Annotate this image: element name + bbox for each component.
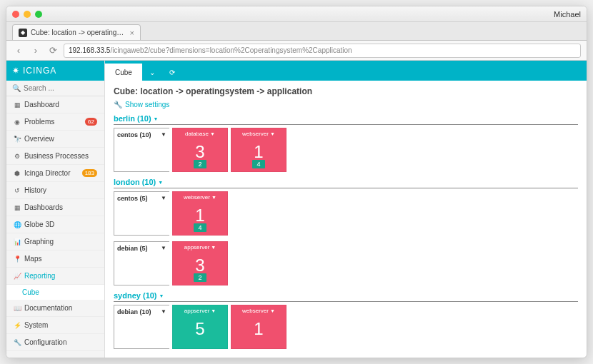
sidebar-item-configuration[interactable]: 🔧Configuration [6,334,104,351]
tab-refresh[interactable]: ⟳ [162,64,182,81]
location-header[interactable]: london (10)▼ [114,178,578,188]
tile-value: 3 [195,142,204,162]
location-header[interactable]: berlin (10)▼ [114,114,578,125]
cube-tile[interactable]: webserver▼14 [231,128,286,172]
tab-dropdown[interactable]: ⌄ [142,64,162,81]
tile-label: webserver▼ [231,131,286,137]
titlebar: Michael [6,6,587,22]
minimize-window-button[interactable] [24,11,31,18]
window-controls [12,11,42,18]
os-row: centos (5)▼webserver▼14 [114,191,578,236]
browser-tab[interactable]: ◆ Cube: location -> operatingsys × [12,24,141,40]
sidebar-subitem-cube[interactable]: Cube [6,285,104,300]
close-tab-icon[interactable]: × [130,29,134,37]
problems-icon: ◉ [14,118,21,126]
dashboard-icon: ▦ [14,101,21,108]
top-tabs: Cube ⌄ ⟳ [105,61,587,81]
search-input[interactable] [24,84,99,92]
page-body: Cube: location -> operatingsystem -> app… [105,81,587,358]
sidebar-item-reporting[interactable]: 📈Reporting [6,268,104,285]
maps-icon: 📍 [14,256,21,263]
graphing-icon: 📊 [14,238,21,246]
system-icon: ⚡ [14,322,21,329]
brand-text: ICINGA [23,66,56,76]
sidebar-item-director[interactable]: ⬢Icinga Director183 [6,165,104,182]
sidebar-item-maps[interactable]: 📍Maps [6,251,104,268]
director-badge: 183 [82,169,97,177]
show-settings-link[interactable]: 🔧 Show settings [114,101,578,108]
maximize-window-button[interactable] [35,11,42,18]
sidebar-item-dashboard[interactable]: ▦Dashboard [6,96,104,113]
os-label[interactable]: debian (10)▼ [114,305,169,349]
cube-tile[interactable]: webserver▼1 [231,305,286,349]
filter-icon: ▼ [161,245,166,282]
cube-tile[interactable]: database▼32 [172,128,228,172]
sidebar-item-documentation[interactable]: 📖Documentation [6,300,104,317]
os-label[interactable]: centos (5)▼ [114,191,169,236]
tile-badge: 2 [194,273,206,282]
filter-icon: ▼ [270,308,275,313]
problems-badge: 62 [85,118,97,126]
filter-icon: ▼ [161,308,166,345]
sidebar-item-overview[interactable]: 🔭Overview [6,131,104,148]
chevron-down-icon: ⌄ [149,69,155,76]
cube-tile[interactable]: appserver▼32 [172,241,228,285]
location-header[interactable]: sydney (10)▼ [114,291,578,302]
close-window-button[interactable] [12,11,19,18]
browser-tab-title: Cube: location -> operatingsys [31,29,126,36]
url-path: /icingaweb2/cube?dimensions=location%2Co… [110,46,352,54]
dashboards-icon: ▦ [14,204,21,211]
forward-button[interactable]: › [29,44,42,57]
filter-icon: ▼ [210,131,215,136]
filter-icon: ▼ [159,293,164,298]
address-bar: ‹ › ⟳ 192.168.33.5/icingaweb2/cube?dimen… [6,41,587,61]
history-icon: ↺ [14,187,21,194]
refresh-icon: ⟳ [169,69,175,76]
filter-icon: ▼ [211,195,216,200]
sidebar-item-history[interactable]: ↺History [6,182,104,199]
filter-icon: ▼ [161,195,166,232]
titlebar-username: Michael [554,10,581,19]
documentation-icon: 📖 [14,305,21,312]
filter-icon: ▼ [158,180,163,185]
overview-icon: 🔭 [14,136,21,143]
reporting-icon: 📈 [14,273,21,280]
filter-icon: ▼ [211,308,216,313]
tile-label: database▼ [173,131,227,137]
tile-badge: 2 [194,160,206,168]
cube-sections: berlin (10)▼centos (10)▼database▼32webse… [114,114,578,349]
tile-badge: 4 [252,160,264,168]
os-label[interactable]: debian (5)▼ [114,241,169,285]
filter-icon: ▼ [270,131,275,136]
reload-button[interactable]: ⟳ [46,44,59,57]
tile-label: webserver▼ [173,194,227,201]
configuration-icon: 🔧 [14,339,21,346]
back-button[interactable]: ‹ [12,44,25,57]
sidebar: ✷ ICINGA 🔍 ▦Dashboard ◉Problems62 🔭Overv… [6,61,105,358]
os-row: debian (10)▼appserver▼5webserver▼1 [114,305,578,349]
content-area: ✷ ICINGA 🔍 ▦Dashboard ◉Problems62 🔭Overv… [6,61,587,358]
search-box[interactable]: 🔍 [6,81,104,96]
sidebar-item-dashboards[interactable]: ▦Dashboards [6,199,104,216]
tile-badge: 4 [194,223,206,232]
filter-icon: ▼ [161,131,166,168]
tile-value: 1 [254,319,263,339]
sidebar-item-graphing[interactable]: 📊Graphing [6,233,104,251]
tile-value: 1 [254,142,263,162]
sidebar-item-globe[interactable]: 🌐Globe 3D [6,216,104,233]
os-label[interactable]: centos (10)▼ [114,128,169,172]
url-field[interactable]: 192.168.33.5/icingaweb2/cube?dimensions=… [64,44,581,58]
sidebar-item-system[interactable]: ⚡System [6,317,104,334]
cube-tile[interactable]: appserver▼5 [172,305,228,349]
browser-window: Michael ◆ Cube: location -> operatingsys… [6,6,587,358]
cube-tile[interactable]: webserver▼14 [172,191,228,236]
url-host: 192.168.33.5 [69,46,110,54]
tab-cube[interactable]: Cube [105,64,142,81]
sidebar-item-problems[interactable]: ◉Problems62 [6,113,104,131]
tile-value: 1 [195,206,204,226]
tile-label: appserver▼ [173,244,227,251]
sidebar-item-business-processes[interactable]: ⚙Business Processes [6,148,104,165]
favicon-icon: ◆ [19,29,27,37]
brand-logo[interactable]: ✷ ICINGA [6,61,104,81]
tile-label: appserver▼ [173,308,227,314]
